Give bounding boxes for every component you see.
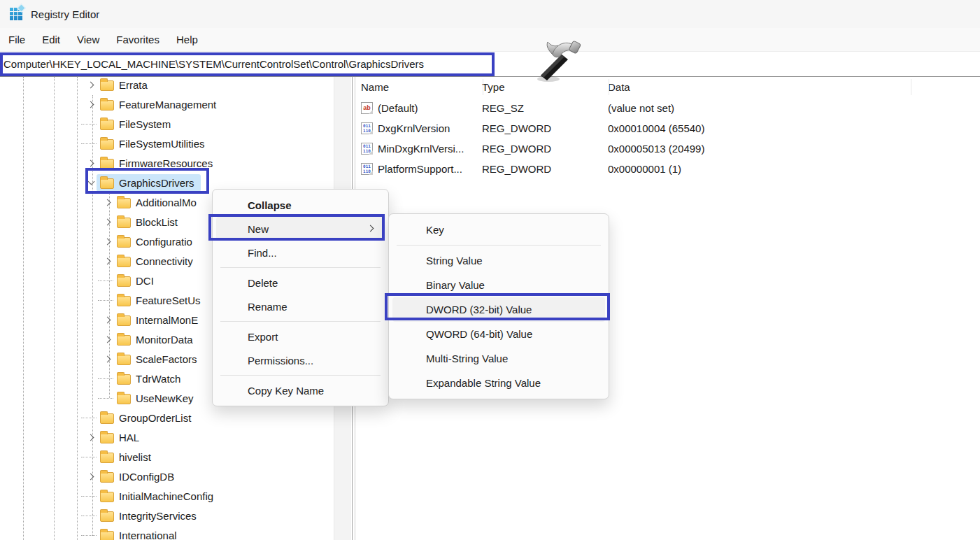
tree-expander[interactable] [85,99,97,110]
tree-expander[interactable] [85,471,97,482]
menu-item[interactable]: Collapse [216,193,385,217]
tree-expander[interactable] [85,432,97,443]
tree-expander[interactable] [85,510,97,521]
tree-item[interactable]: International [0,525,334,540]
tree-item-body[interactable]: TdrWatch [113,370,187,388]
tree-item[interactable]: FileSystemUtilities [0,134,334,153]
column-header[interactable]: Type [482,81,608,93]
tree-item[interactable]: FeatureManagement [0,94,334,114]
menu-item[interactable]: Binary Value [392,273,605,297]
tree-item-body[interactable]: FileSystem [97,115,177,133]
tree-expander[interactable] [102,373,113,384]
tree-item-body[interactable]: hivelist [97,448,157,466]
tree-expander[interactable] [85,451,97,462]
tree-item-body[interactable]: UseNewKey [113,390,200,407]
tree-item[interactable]: FirmwareResources [0,153,334,173]
column-header[interactable]: Name [356,81,482,93]
tree-item-body[interactable]: FeatureManagement [97,96,222,113]
value-row[interactable]: MinDxgKrnlVersi... REG_DWORD 0x00005013 … [356,138,980,159]
tree-item-body[interactable]: IntegrityServices [97,507,203,525]
tree-expander[interactable] [102,334,113,345]
tree-item[interactable]: Errata [0,77,334,94]
menu-item[interactable]: Key [392,218,605,242]
tree-item[interactable]: IDConfigDB [0,467,334,486]
menu-item[interactable]: Copy Key Name [216,378,385,402]
column-separator[interactable] [609,79,609,95]
tree-item-body[interactable]: FileSystemUtilities [97,135,211,152]
menu-item[interactable]: Expandable String Value [392,371,605,395]
tree-expander[interactable] [85,530,97,540]
tree-expander[interactable] [102,353,113,364]
tree-item-label: FirmwareResources [119,157,213,169]
menu-bar-item[interactable]: Help [168,30,206,49]
tree-item-body[interactable]: InitialMachineConfig [97,488,220,505]
tree-item-body[interactable]: ScaleFactors [113,350,204,368]
tree-item-body[interactable]: GraphicsDrivers [97,174,201,192]
tree-item[interactable]: FileSystem [0,114,334,134]
tree-expander[interactable] [102,216,113,227]
tree-item-body[interactable]: Errata [97,77,154,94]
tree-item[interactable]: hivelist [0,447,334,467]
tree-item-body[interactable]: DCI [113,272,160,290]
menu-item[interactable]: String Value [392,248,605,273]
tree-item-body[interactable]: BlockList [113,213,184,231]
value-name: (Default) [378,102,418,114]
tree-expander[interactable] [85,138,97,149]
menu-item[interactable]: Export [216,325,385,348]
tree-item-body[interactable]: Configuratio [113,233,199,250]
menu-item[interactable]: New [216,217,385,241]
column-header[interactable]: Data [608,81,980,93]
chevron-icon [87,434,94,441]
tree-expander[interactable] [85,177,97,188]
menu-item[interactable]: Delete [216,271,385,294]
tree-item-body[interactable]: IDConfigDB [97,468,180,485]
tree-expander[interactable] [102,294,113,306]
menu-bar-item[interactable]: Edit [34,30,69,49]
menu-item[interactable]: QWORD (64-bit) Value [392,322,605,346]
tree-item-body[interactable]: Connectivity [113,253,199,270]
tree-item-body[interactable]: FeatureSetUs [113,292,207,309]
tree-item-label: FeatureManagement [119,99,216,111]
chevron-icon [104,336,111,343]
tree-expander[interactable] [102,236,113,247]
tree-expander[interactable] [102,275,113,286]
tree-item-body[interactable]: HAL [97,429,145,446]
menu-item[interactable]: Rename [216,294,385,318]
column-separator[interactable] [911,79,911,95]
chevron-icon [104,238,111,245]
value-row[interactable]: PlatformSupport... REG_DWORD 0x00000001 … [356,159,980,179]
tree-item[interactable]: GroupOrderList [0,408,334,427]
tree-item[interactable]: IntegrityServices [0,506,334,525]
menu-bar-item[interactable]: View [69,30,108,49]
menu-item[interactable]: DWORD (32-bit) Value [392,297,605,322]
column-separator[interactable] [483,79,483,95]
menu-item[interactable]: Multi-String Value [392,346,605,371]
menu-item[interactable]: Permissions... [216,348,385,372]
tree-item[interactable]: InitialMachineConfig [0,486,334,506]
tree-expander[interactable] [102,255,113,267]
tree-expander[interactable] [85,490,97,502]
menu-bar-item[interactable]: Favorites [108,30,168,49]
tree-item[interactable]: HAL [0,427,334,447]
tree-expander[interactable] [85,118,97,129]
tree-expander[interactable] [85,412,97,423]
tree-expander[interactable] [85,79,97,90]
list-header: NameTypeData [356,77,980,97]
tree-item-body[interactable]: AdditionalMo [113,194,203,211]
tree-expander[interactable] [102,392,113,404]
tree-expander[interactable] [102,197,113,208]
tree-item-body[interactable]: GroupOrderList [97,409,197,427]
tree-expander[interactable] [85,157,97,169]
tree-item-label: GroupOrderList [119,412,191,424]
value-row[interactable]: (Default) REG_SZ (value not set) [356,98,980,118]
menu-item[interactable]: Find... [216,241,385,264]
tree-item-body[interactable]: InternalMonE [113,311,204,329]
tree-item-body[interactable]: MonitorData [113,331,199,348]
address-bar[interactable]: Computer\HKEY_LOCAL_MACHINE\SYSTEM\Curre… [0,51,980,77]
menu-bar-item[interactable]: File [0,30,34,49]
tree-item-body[interactable]: International [97,527,183,540]
tree-item-body[interactable]: FirmwareResources [97,155,219,172]
tree-expander[interactable] [102,314,113,325]
title-bar: Registry Editor [0,0,980,28]
value-row[interactable]: DxgKrnlVersion REG_DWORD 0x00010004 (655… [356,118,980,138]
